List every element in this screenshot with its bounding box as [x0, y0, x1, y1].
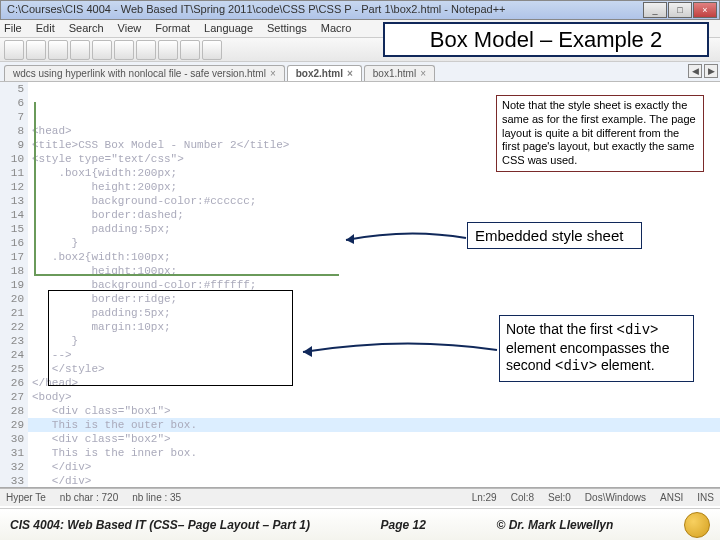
status-col: Col:8 [511, 492, 534, 503]
window-buttons: _ □ × [643, 2, 717, 18]
code-line: <div class="box1"> [32, 404, 720, 418]
status-chars: nb char : 720 [60, 492, 118, 503]
code-line: This is the inner box. [32, 446, 720, 460]
code-line: <body> [32, 390, 720, 404]
callout-note-css-same: Note that the style sheet is exactly the… [496, 95, 704, 172]
tab-prev-button[interactable]: ◀ [688, 64, 702, 78]
code-line: This is the outer box. [32, 418, 720, 432]
menu-settings[interactable]: Settings [267, 22, 307, 35]
code-line: </div> [32, 460, 720, 474]
status-eol: Dos\Windows [585, 492, 646, 503]
code-line: border:ridge; [32, 292, 720, 306]
code-text: <div> [555, 358, 597, 374]
arrow-to-style [338, 226, 468, 250]
toolbar-button[interactable] [180, 40, 200, 60]
code-line: background-color:#cccccc; [32, 194, 720, 208]
text: element. [597, 357, 655, 373]
status-ln: Ln:29 [472, 492, 497, 503]
footer-author: © Dr. Mark Llewellyn [496, 518, 613, 532]
tab-label: box2.html [296, 68, 343, 79]
window-titlebar: C:\Courses\CIS 4004 - Web Based IT\Sprin… [0, 0, 720, 20]
code-line: </div> [32, 474, 720, 488]
code-line: height:100px; [32, 264, 720, 278]
close-icon[interactable]: × [347, 68, 353, 79]
menu-search[interactable]: Search [69, 22, 104, 35]
text: Note that the first [506, 321, 617, 337]
slide-title-callout: Box Model – Example 2 [383, 22, 709, 57]
tab-label: wdcs using hyperlink with nonlocal file … [13, 68, 266, 79]
close-icon[interactable]: × [270, 68, 276, 79]
status-sel: Sel:0 [548, 492, 571, 503]
callout-nested-div: Note that the first <div> element encomp… [499, 315, 694, 382]
toolbar-button[interactable] [92, 40, 112, 60]
toolbar-button[interactable] [70, 40, 90, 60]
toolbar-button[interactable] [26, 40, 46, 60]
tab-file-2[interactable]: box2.html× [287, 65, 362, 81]
menu-view[interactable]: View [118, 22, 142, 35]
tab-file-1[interactable]: wdcs using hyperlink with nonlocal file … [4, 65, 285, 81]
close-icon[interactable]: × [420, 68, 426, 79]
footer-course: CIS 4004: Web Based IT (CSS– Page Layout… [10, 518, 310, 532]
menu-file[interactable]: File [4, 22, 22, 35]
minimize-button[interactable]: _ [643, 2, 667, 18]
maximize-button[interactable]: □ [668, 2, 692, 18]
code-line: height:200px; [32, 180, 720, 194]
slide-footer: CIS 4004: Web Based IT (CSS– Page Layout… [0, 508, 720, 540]
tab-file-3[interactable]: box1.html× [364, 65, 435, 81]
status-filetype: Hyper Te [6, 492, 46, 503]
ucf-logo-icon [684, 512, 710, 538]
code-text: <div> [617, 322, 659, 338]
code-line: background-color:#ffffff; [32, 278, 720, 292]
code-line: .box2{width:100px; [32, 250, 720, 264]
toolbar-button[interactable] [202, 40, 222, 60]
menu-macro[interactable]: Macro [321, 22, 352, 35]
close-button[interactable]: × [693, 2, 717, 18]
tab-next-button[interactable]: ▶ [704, 64, 718, 78]
status-enc: ANSI [660, 492, 683, 503]
toolbar-button[interactable] [136, 40, 156, 60]
tab-nav: ◀ ▶ [688, 64, 718, 78]
footer-page: Page 12 [381, 518, 426, 532]
toolbar-button[interactable] [158, 40, 178, 60]
menu-language[interactable]: Language [204, 22, 253, 35]
arrow-to-div [293, 330, 499, 370]
status-bar: Hyper Te nb char : 720 nb line : 35 Ln:2… [0, 488, 720, 506]
code-line: border:dashed; [32, 208, 720, 222]
status-ins: INS [697, 492, 714, 503]
window-title: C:\Courses\CIS 4004 - Web Based IT\Sprin… [7, 3, 506, 15]
toolbar-button[interactable] [4, 40, 24, 60]
menu-edit[interactable]: Edit [36, 22, 55, 35]
menu-format[interactable]: Format [155, 22, 190, 35]
toolbar-button[interactable] [48, 40, 68, 60]
code-line: <div class="box2"> [32, 432, 720, 446]
status-lines: nb line : 35 [132, 492, 181, 503]
callout-embedded-style: Embedded style sheet [467, 222, 642, 249]
line-gutter: 5678910111213141516171819202122232425262… [0, 82, 28, 487]
tab-label: box1.html [373, 68, 416, 79]
toolbar-button[interactable] [114, 40, 134, 60]
tab-bar: wdcs using hyperlink with nonlocal file … [0, 62, 720, 82]
